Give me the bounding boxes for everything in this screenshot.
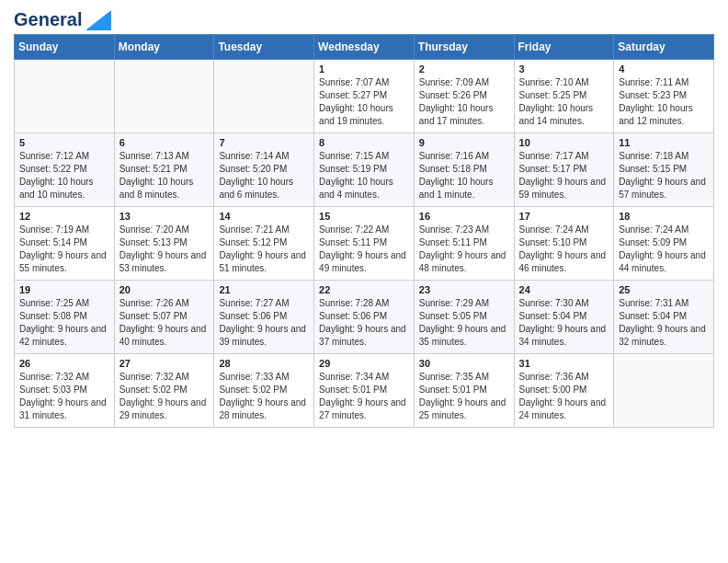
daylight-text: Daylight: 9 hours and 46 minutes. <box>519 249 609 275</box>
day-number: 16 <box>419 211 509 222</box>
day-number: 26 <box>19 358 109 369</box>
day-number: 9 <box>419 137 509 148</box>
page-header: General <box>14 9 714 27</box>
sunset-text: Sunset: 5:19 PM <box>319 163 409 176</box>
sunrise-text: Sunrise: 7:09 AM <box>419 76 509 89</box>
calendar-cell <box>15 60 115 133</box>
calendar-cell: 7Sunrise: 7:14 AMSunset: 5:20 PMDaylight… <box>214 133 314 207</box>
day-number: 30 <box>419 358 509 369</box>
calendar-cell: 27Sunrise: 7:32 AMSunset: 5:02 PMDayligh… <box>114 354 214 428</box>
daylight-text: Daylight: 9 hours and 59 minutes. <box>519 176 609 201</box>
sunset-text: Sunset: 5:20 PM <box>219 163 309 176</box>
sunrise-text: Sunrise: 7:24 AM <box>519 224 609 236</box>
daylight-text: Daylight: 10 hours and 17 minutes. <box>419 102 509 128</box>
sunset-text: Sunset: 5:26 PM <box>419 89 509 102</box>
day-info: Sunrise: 7:32 AMSunset: 5:02 PMDaylight:… <box>119 371 210 422</box>
daylight-text: Daylight: 10 hours and 6 minutes. <box>219 176 309 201</box>
day-number: 22 <box>319 284 409 295</box>
sunset-text: Sunset: 5:03 PM <box>19 384 109 396</box>
sunset-text: Sunset: 5:15 PM <box>619 163 709 176</box>
calendar-week-3: 12Sunrise: 7:19 AMSunset: 5:14 PMDayligh… <box>15 207 714 281</box>
sunset-text: Sunset: 5:23 PM <box>619 89 709 102</box>
day-info: Sunrise: 7:36 AMSunset: 5:00 PMDaylight:… <box>519 371 609 422</box>
sunset-text: Sunset: 5:17 PM <box>519 163 609 176</box>
sunset-text: Sunset: 5:08 PM <box>19 310 109 323</box>
day-info: Sunrise: 7:11 AMSunset: 5:23 PMDaylight:… <box>619 76 709 128</box>
daylight-text: Daylight: 9 hours and 32 minutes. <box>619 323 709 349</box>
sunrise-text: Sunrise: 7:12 AM <box>19 150 109 163</box>
sunset-text: Sunset: 5:12 PM <box>219 236 309 249</box>
daylight-text: Daylight: 9 hours and 27 minutes. <box>319 396 409 422</box>
day-number: 7 <box>219 137 309 148</box>
calendar-cell: 15Sunrise: 7:22 AMSunset: 5:11 PMDayligh… <box>314 207 415 281</box>
daylight-text: Daylight: 9 hours and 48 minutes. <box>419 249 509 275</box>
day-info: Sunrise: 7:30 AMSunset: 5:04 PMDaylight:… <box>519 297 609 349</box>
day-info: Sunrise: 7:22 AMSunset: 5:11 PMDaylight:… <box>319 224 409 275</box>
sunrise-text: Sunrise: 7:20 AM <box>119 224 210 236</box>
day-number: 12 <box>19 211 109 222</box>
sunrise-text: Sunrise: 7:23 AM <box>419 224 509 236</box>
sunset-text: Sunset: 5:22 PM <box>19 163 109 176</box>
calendar-cell: 8Sunrise: 7:15 AMSunset: 5:19 PMDaylight… <box>314 133 415 207</box>
sunset-text: Sunset: 5:06 PM <box>219 310 309 323</box>
daylight-text: Daylight: 9 hours and 29 minutes. <box>119 396 210 422</box>
calendar-cell <box>214 60 314 133</box>
calendar-cell <box>614 354 714 428</box>
sunset-text: Sunset: 5:02 PM <box>119 384 210 396</box>
calendar-cell: 20Sunrise: 7:26 AMSunset: 5:07 PMDayligh… <box>114 281 214 354</box>
day-number: 28 <box>219 358 309 369</box>
sunset-text: Sunset: 5:11 PM <box>419 236 509 249</box>
sunset-text: Sunset: 5:02 PM <box>219 384 309 396</box>
day-info: Sunrise: 7:09 AMSunset: 5:26 PMDaylight:… <box>419 76 509 128</box>
day-info: Sunrise: 7:25 AMSunset: 5:08 PMDaylight:… <box>19 297 109 349</box>
day-info: Sunrise: 7:13 AMSunset: 5:21 PMDaylight:… <box>119 150 210 201</box>
logo: General <box>14 9 111 27</box>
weekday-header-tuesday: Tuesday <box>214 35 314 60</box>
day-info: Sunrise: 7:33 AMSunset: 5:02 PMDaylight:… <box>219 371 309 422</box>
day-number: 10 <box>519 137 609 148</box>
daylight-text: Daylight: 10 hours and 10 minutes. <box>19 176 109 201</box>
sunset-text: Sunset: 5:14 PM <box>19 236 109 249</box>
sunset-text: Sunset: 5:10 PM <box>519 236 609 249</box>
sunset-text: Sunset: 5:25 PM <box>519 89 609 102</box>
calendar-cell: 24Sunrise: 7:30 AMSunset: 5:04 PMDayligh… <box>514 281 614 354</box>
sunset-text: Sunset: 5:04 PM <box>519 310 609 323</box>
sunrise-text: Sunrise: 7:34 AM <box>319 371 409 384</box>
logo-icon <box>85 10 111 30</box>
day-info: Sunrise: 7:26 AMSunset: 5:07 PMDaylight:… <box>119 297 210 349</box>
calendar-cell <box>114 60 214 133</box>
sunrise-text: Sunrise: 7:28 AM <box>319 297 409 310</box>
day-info: Sunrise: 7:17 AMSunset: 5:17 PMDaylight:… <box>519 150 609 201</box>
day-info: Sunrise: 7:14 AMSunset: 5:20 PMDaylight:… <box>219 150 309 201</box>
svg-marker-0 <box>85 10 111 30</box>
sunset-text: Sunset: 5:07 PM <box>119 310 210 323</box>
calendar-cell: 17Sunrise: 7:24 AMSunset: 5:10 PMDayligh… <box>514 207 614 281</box>
day-number: 17 <box>519 211 609 222</box>
daylight-text: Daylight: 9 hours and 55 minutes. <box>19 249 109 275</box>
calendar-week-5: 26Sunrise: 7:32 AMSunset: 5:03 PMDayligh… <box>15 354 714 428</box>
day-number: 1 <box>319 63 409 75</box>
daylight-text: Daylight: 9 hours and 28 minutes. <box>219 396 309 422</box>
day-info: Sunrise: 7:32 AMSunset: 5:03 PMDaylight:… <box>19 371 109 422</box>
day-number: 6 <box>119 137 210 148</box>
sunrise-text: Sunrise: 7:16 AM <box>419 150 509 163</box>
daylight-text: Daylight: 9 hours and 51 minutes. <box>219 249 309 275</box>
sunset-text: Sunset: 5:06 PM <box>319 310 409 323</box>
sunset-text: Sunset: 5:09 PM <box>619 236 709 249</box>
daylight-text: Daylight: 9 hours and 34 minutes. <box>519 323 609 349</box>
sunrise-text: Sunrise: 7:29 AM <box>419 297 509 310</box>
day-info: Sunrise: 7:19 AMSunset: 5:14 PMDaylight:… <box>19 224 109 275</box>
calendar-cell: 12Sunrise: 7:19 AMSunset: 5:14 PMDayligh… <box>15 207 115 281</box>
weekday-header-saturday: Saturday <box>614 35 714 60</box>
daylight-text: Daylight: 9 hours and 53 minutes. <box>119 249 210 275</box>
sunrise-text: Sunrise: 7:22 AM <box>319 224 409 236</box>
day-number: 20 <box>119 284 210 295</box>
calendar-cell: 3Sunrise: 7:10 AMSunset: 5:25 PMDaylight… <box>514 60 614 133</box>
daylight-text: Daylight: 9 hours and 44 minutes. <box>619 249 709 275</box>
daylight-text: Daylight: 9 hours and 57 minutes. <box>619 176 709 201</box>
day-info: Sunrise: 7:27 AMSunset: 5:06 PMDaylight:… <box>219 297 309 349</box>
sunrise-text: Sunrise: 7:33 AM <box>219 371 309 384</box>
sunrise-text: Sunrise: 7:15 AM <box>319 150 409 163</box>
day-number: 13 <box>119 211 210 222</box>
sunrise-text: Sunrise: 7:27 AM <box>219 297 309 310</box>
